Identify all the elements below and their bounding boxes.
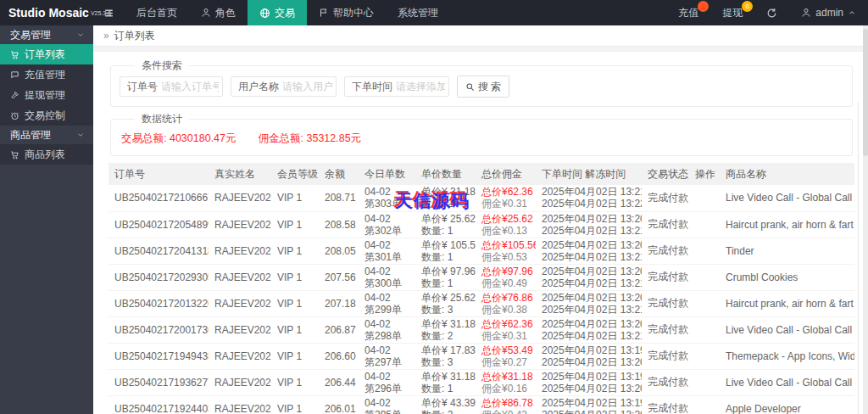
cell-balance: 207.18	[319, 290, 359, 316]
column-header: 真实姓名	[209, 163, 271, 185]
withdraw-button[interactable]: 提现 0	[710, 0, 754, 25]
cell-total-commission: 总价¥53.49 佣金¥0.27	[476, 343, 536, 369]
user-icon	[201, 8, 211, 18]
scrollbar-thumb[interactable]	[863, 29, 868, 156]
withdraw-badge: 0	[742, 1, 753, 12]
cell-order-no: UB2504021721066677	[108, 185, 209, 211]
sidebar-item-trade-control[interactable]: 交易控制	[0, 105, 93, 126]
cell-actions	[689, 264, 720, 290]
sidebar-group-products[interactable]: 商品管理	[0, 126, 93, 144]
cell-order-no: UB2504021719244037	[108, 395, 209, 414]
sidebar-item-recharge-mgmt[interactable]: 充值管理	[0, 64, 93, 85]
recharge-badge: 1	[698, 1, 709, 12]
cell-product-name: Crumbl Cookies	[720, 264, 854, 290]
nav-item-help-center[interactable]: 帮助中心	[307, 0, 386, 25]
sidebar-item-withdraw-mgmt[interactable]: 提现管理	[0, 85, 93, 105]
cell-real-name: RAJEEV2025	[209, 316, 271, 343]
cell-unit-price-qty: 单价¥ 105.56 数量: 1	[415, 238, 476, 264]
table-body: UB2504021721066677 RAJEEV2025 VIP 1 208.…	[108, 185, 854, 414]
order-time-label: 下单时间	[345, 80, 396, 94]
cell-balance: 206.87	[319, 316, 359, 343]
cell-status: 完成付款	[642, 369, 689, 395]
cell-total-commission: 总价¥97.96 佣金¥0.49	[476, 264, 536, 290]
cell-actions	[689, 290, 720, 316]
inner-scroll-divider	[858, 102, 859, 414]
cell-product-name: Live Video Call - Global Call	[720, 369, 854, 395]
cell-unit-price-qty: 单价¥ 43.39 数量: 2	[415, 395, 476, 414]
cell-real-name: RAJEEV2025	[209, 395, 271, 414]
table-row: UB2504021721066677 RAJEEV2025 VIP 1 208.…	[108, 185, 854, 211]
cell-times: 2025年04月02日 13:20:41 2025年04月02日 13:21:4…	[536, 238, 642, 264]
refresh-button[interactable]	[754, 0, 789, 25]
sidebar-item-order-list[interactable]: 订单列表	[0, 44, 93, 64]
cell-total-commission: 总价¥62.36 佣金¥0.31	[476, 316, 536, 343]
cell-actions	[689, 316, 720, 343]
cell-member-level: VIP 1	[271, 238, 319, 264]
cell-times: 2025年04月02日 13:19:36 2025年04月02日 13:20:4…	[536, 369, 642, 395]
username-input[interactable]	[282, 81, 336, 92]
nav-item-roles[interactable]: 角色	[189, 0, 248, 25]
cell-actions	[689, 343, 720, 369]
cell-times: 2025年04月02日 13:21:06 2025年04月02日 13:22:1…	[536, 185, 642, 211]
cell-unit-price-qty: 单价¥ 31.18 数量: 2	[415, 316, 476, 343]
total-commission-amount: 佣金总额: 35312.85元	[259, 131, 362, 146]
page-scrollbar[interactable]	[863, 25, 868, 414]
cell-member-level: VIP 1	[271, 316, 319, 343]
cell-today-orders: 04-02 第296单	[359, 369, 415, 395]
cell-balance: 208.58	[319, 211, 359, 238]
table-row: UB2504021719362775 RAJEEV2025 VIP 1 206.…	[108, 369, 854, 395]
search-button[interactable]: 搜 索	[457, 76, 509, 98]
comment-icon	[10, 70, 19, 80]
sidebar-toggle-button[interactable]	[93, 0, 125, 25]
cell-today-orders: 04-02 第302单	[359, 211, 415, 238]
cell-member-level: VIP 1	[271, 264, 319, 290]
cell-status: 完成付款	[642, 316, 689, 343]
username-label: admin	[815, 7, 843, 19]
cell-order-no: UB2504021719362775	[108, 369, 209, 395]
nav-item-system[interactable]: 系统管理	[386, 0, 450, 25]
brand-logo: Studio Mosaic V25.3.6	[0, 0, 93, 25]
globe-icon	[259, 8, 270, 19]
refresh-icon	[766, 8, 777, 19]
stats-panel-legend: 数据统计	[135, 112, 189, 126]
username-label: 用户名称	[231, 80, 282, 94]
sidebar-item-product-list[interactable]: 商品列表	[0, 144, 93, 165]
top-navbar: Studio Mosaic V25.3.6 后台首页 角色 交易 帮助中心 系统…	[0, 0, 868, 25]
cell-balance: 208.05	[319, 238, 359, 264]
cell-unit-price-qty: 单价¥ 97.96 数量: 1	[415, 264, 476, 290]
cell-real-name: RAJEEV2025	[209, 290, 271, 316]
user-icon	[801, 8, 811, 18]
order-no-field: 订单号	[120, 76, 223, 97]
cell-order-no: UB2504021720548999	[108, 211, 209, 238]
table-row: UB2504021720548999 RAJEEV2025 VIP 1 208.…	[108, 211, 854, 238]
cell-product-name: Apple Developer	[720, 395, 854, 414]
sidebar-group-transactions[interactable]: 交易管理	[0, 25, 93, 44]
cell-total-commission: 总价¥105.56 佣金¥0.53	[476, 238, 536, 264]
cell-product-name: Live Video Call - Global Call	[720, 185, 854, 211]
cell-balance: 206.44	[319, 369, 359, 395]
cell-total-commission: 总价¥86.78 佣金¥0.43	[476, 395, 536, 414]
cell-balance: 206.01	[319, 395, 359, 414]
cell-actions	[689, 185, 720, 211]
nav-item-transactions[interactable]: 交易	[248, 0, 307, 25]
nav-item-home[interactable]: 后台首页	[125, 0, 189, 25]
cell-actions	[689, 238, 720, 264]
main-content: » 订单列表 条件搜索 订单号 用户名称 下单时间	[93, 25, 868, 414]
search-panel: 条件搜索 订单号 用户名称 下单时间 搜 索	[110, 59, 853, 107]
cell-product-name: Haircut prank, air horn & fart	[720, 290, 854, 316]
cell-order-no: UB2504021720293054	[108, 264, 209, 290]
table-row: UB2504021720132264 RAJEEV2025 VIP 1 207.…	[108, 290, 854, 316]
cart-icon	[10, 50, 19, 59]
cell-real-name: RAJEEV2025	[209, 185, 271, 211]
cell-status: 完成付款	[642, 238, 689, 264]
cell-today-orders: 04-02 第303单	[359, 185, 415, 211]
caret-up-icon	[848, 8, 856, 17]
order-no-input[interactable]	[161, 81, 222, 92]
recharge-button[interactable]: 充值 1	[666, 0, 710, 25]
cell-status: 完成付款	[642, 343, 689, 369]
user-menu[interactable]: admin	[789, 0, 868, 25]
cell-times: 2025年04月02日 13:20:13 2025年04月02日 13:21:1…	[536, 290, 642, 316]
cell-real-name: RAJEEV2025	[209, 264, 271, 290]
cell-times: 2025年04月02日 13:20:54 2025年04月02日 13:21:5…	[536, 211, 642, 238]
order-time-input[interactable]	[396, 81, 448, 92]
